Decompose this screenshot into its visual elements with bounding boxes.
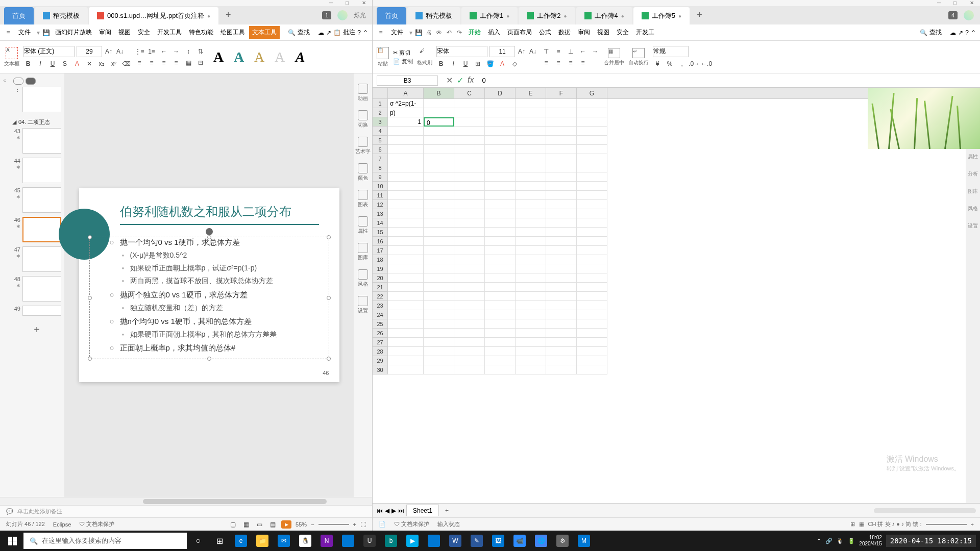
cell-D6[interactable]	[485, 145, 516, 154]
redo-icon[interactable]: ↷	[455, 29, 463, 37]
cell-A25[interactable]	[388, 319, 424, 329]
row-header-17[interactable]: 17	[373, 246, 388, 255]
cell-F19[interactable]	[546, 264, 577, 273]
cell-D23[interactable]	[485, 301, 516, 310]
horizontal-scrollbar[interactable]	[143, 499, 327, 504]
format-painter-icon[interactable]: 🖌	[420, 48, 430, 58]
row-header-3[interactable]: 3	[373, 117, 388, 127]
cell-G13[interactable]	[577, 209, 607, 218]
cell-E25[interactable]	[516, 319, 546, 329]
row-header-5[interactable]: 5	[373, 136, 388, 145]
cell-F3[interactable]	[546, 117, 577, 127]
save-icon[interactable]: 💾	[42, 29, 50, 37]
bold-button[interactable]: B	[436, 59, 446, 68]
size-select[interactable]	[77, 46, 102, 57]
row-header-7[interactable]: 7	[373, 154, 388, 163]
cell-C16[interactable]	[454, 237, 485, 246]
row-header-21[interactable]: 21	[373, 283, 388, 292]
cell-C24[interactable]	[454, 310, 485, 319]
border-button[interactable]: ⊞	[473, 59, 482, 68]
cell-A15[interactable]	[388, 228, 424, 237]
tool-wordart[interactable]: 艺术字	[355, 137, 371, 155]
cell-D25[interactable]	[485, 319, 516, 329]
cell-E9[interactable]	[516, 172, 546, 182]
embedded-image[interactable]	[868, 88, 980, 149]
cell-G27[interactable]	[577, 338, 607, 347]
cell-D9[interactable]	[485, 172, 516, 182]
menu-item[interactable]: 视图	[115, 26, 134, 39]
slide-thumb-49[interactable]	[22, 306, 61, 316]
slide-thumb-43[interactable]	[22, 128, 61, 154]
indent-button[interactable]: →	[591, 47, 600, 56]
cell-D1[interactable]	[485, 99, 516, 108]
cell-C29[interactable]	[454, 356, 485, 365]
zoom-slider[interactable]	[318, 524, 349, 525]
share-icon[interactable]: ↗	[958, 29, 963, 36]
spreadsheet-grid[interactable]: ABCDEFG1σ ^2=p(1-p)231045678910111213141…	[373, 88, 966, 503]
cell-C19[interactable]	[454, 264, 485, 273]
align-bottom-button[interactable]: ⊥	[566, 47, 575, 56]
cancel-edit-button[interactable]: ✕	[446, 76, 453, 85]
cell-G23[interactable]	[577, 301, 607, 310]
cell-C9[interactable]	[454, 172, 485, 182]
font-select[interactable]	[23, 46, 75, 57]
menu-file[interactable]: 文件	[387, 26, 407, 39]
menu-item[interactable]: 安全	[614, 26, 632, 39]
cell-C28[interactable]	[454, 347, 485, 356]
hamburger-icon[interactable]: ≡	[377, 29, 385, 37]
tool-style[interactable]: 风格	[358, 269, 368, 288]
col-header-F[interactable]: F	[546, 88, 577, 98]
cell-E28[interactable]	[516, 347, 546, 356]
cell-E20[interactable]	[516, 273, 546, 283]
cell-F4[interactable]	[546, 127, 577, 136]
outdent-button[interactable]: ←	[578, 47, 587, 56]
taskbar-app[interactable]: M	[574, 531, 594, 551]
cell-B25[interactable]	[424, 319, 454, 329]
cell-F30[interactable]	[546, 365, 577, 374]
cell-E30[interactable]	[516, 365, 546, 374]
cell-E17[interactable]	[516, 246, 546, 255]
col-header-C[interactable]: C	[454, 88, 485, 98]
cell-A13[interactable]	[388, 209, 424, 218]
cell-G22[interactable]	[577, 292, 607, 301]
cell-A8[interactable]	[388, 163, 424, 172]
row-header-1[interactable]: 1	[373, 99, 388, 108]
cell-F5[interactable]	[546, 136, 577, 145]
cell-D2[interactable]	[485, 108, 516, 117]
italic-button[interactable]: I	[449, 59, 458, 68]
cell-F18[interactable]	[546, 255, 577, 264]
menu-file[interactable]: 文件	[14, 26, 35, 39]
cell-C21[interactable]	[454, 283, 485, 292]
text-style-5[interactable]: A	[291, 48, 309, 66]
cell-G16[interactable]	[577, 237, 607, 246]
tab-document[interactable]: 000.s1.upd…网址见.ppt首页注释●	[89, 7, 218, 24]
row-header-6[interactable]: 6	[373, 145, 388, 154]
select-all-corner[interactable]	[373, 88, 388, 98]
cell-C22[interactable]	[454, 292, 485, 301]
align-middle-button[interactable]: ≡	[554, 47, 563, 56]
tab-workbook-5[interactable]: 工作簿5●	[633, 7, 690, 24]
decrease-font-icon[interactable]: A↓	[115, 47, 125, 56]
slide-thumb-46[interactable]	[22, 217, 61, 242]
zoom-in-button[interactable]: +	[971, 521, 974, 528]
cell-F17[interactable]	[546, 246, 577, 255]
cell-A1[interactable]: σ ^2=p(1-p)	[388, 99, 424, 108]
cell-G17[interactable]	[577, 246, 607, 255]
cell-B29[interactable]	[424, 356, 454, 365]
tab-workbook-4[interactable]: 工作簿4●	[576, 7, 632, 24]
cell-F29[interactable]	[546, 356, 577, 365]
tray-battery-icon[interactable]: 🔋	[848, 538, 855, 544]
cell-A23[interactable]	[388, 301, 424, 310]
cell-B8[interactable]	[424, 163, 454, 172]
row-header-4[interactable]: 4	[373, 127, 388, 136]
cell-G26[interactable]	[577, 329, 607, 338]
align-right-button[interactable]: ≡	[159, 58, 168, 67]
cell-B9[interactable]	[424, 172, 454, 182]
align-center-button[interactable]: ≡	[554, 58, 563, 67]
align-right-button[interactable]: ≡	[566, 58, 575, 67]
cell-D19[interactable]	[485, 264, 516, 273]
clear-format-button[interactable]: ⌫	[121, 59, 131, 68]
row-header-15[interactable]: 15	[373, 228, 388, 237]
notification-badge[interactable]: 1	[322, 11, 331, 19]
cell-G24[interactable]	[577, 310, 607, 319]
